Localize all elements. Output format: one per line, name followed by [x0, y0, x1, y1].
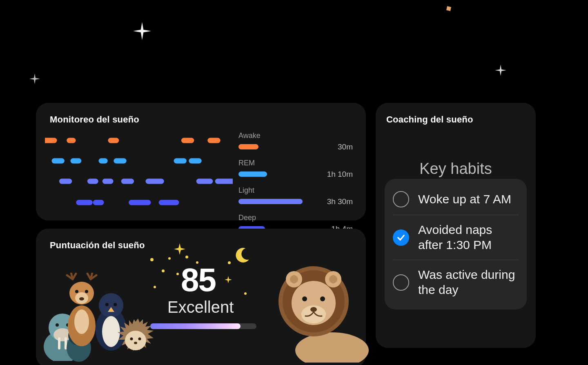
key-habits-panel: Woke up at 7 AM Avoided naps after 1:30 …	[385, 179, 527, 309]
svg-point-67	[105, 303, 109, 306]
svg-point-83	[302, 296, 307, 301]
legend-value: 30m	[338, 142, 353, 151]
habit-label: Woke up at 7 AM	[418, 192, 511, 207]
legend-label: Awake	[238, 131, 353, 140]
sleep-score-value: 85	[181, 261, 216, 299]
sleep-stage-chart	[45, 131, 233, 212]
legend-row-awake: Awake 30m	[238, 131, 353, 151]
svg-point-48	[56, 323, 59, 327]
svg-point-70	[125, 331, 146, 350]
sleep-score-title: Puntuación del sueño	[50, 240, 352, 251]
legend-value: 3h 30m	[327, 197, 353, 206]
svg-point-80	[329, 275, 337, 283]
legend-bar-awake	[238, 144, 258, 149]
habit-item[interactable]: Was active during the day	[393, 260, 519, 305]
svg-point-74	[295, 332, 369, 363]
legend-bar-light	[238, 199, 303, 204]
legend-bar-rem	[238, 171, 267, 177]
legend-row-light: Light 3h 30m	[238, 185, 353, 205]
legend-row-rem: REM 1h 10m	[238, 158, 353, 178]
checkbox-unchecked-icon[interactable]	[393, 191, 409, 207]
svg-point-71	[130, 338, 133, 341]
star-icon	[446, 6, 451, 11]
svg-point-73	[134, 342, 137, 344]
svg-rect-46	[58, 337, 60, 349]
moon-icon	[234, 247, 251, 264]
star-icon	[174, 243, 185, 256]
svg-point-85	[310, 307, 317, 312]
legend-value: 1h 10m	[327, 170, 353, 179]
sparkle-icon	[185, 256, 188, 258]
sparkle-icon	[168, 257, 171, 260]
lion-icon	[265, 256, 371, 364]
checkbox-checked-icon[interactable]	[393, 229, 409, 246]
svg-point-68	[114, 303, 117, 306]
habit-item[interactable]: Avoided naps after 1:30 PM	[393, 215, 519, 260]
habit-item[interactable]: Woke up at 7 AM	[393, 184, 519, 215]
svg-point-78	[290, 275, 298, 283]
star-icon	[29, 73, 40, 84]
svg-point-72	[138, 338, 141, 341]
sparkle-icon	[150, 258, 154, 261]
star-icon	[133, 22, 151, 40]
svg-point-84	[320, 296, 325, 301]
sparkle-icon	[176, 273, 179, 275]
sparkle-icon	[244, 292, 247, 295]
checkbox-unchecked-icon[interactable]	[393, 274, 409, 291]
sparkle-icon	[228, 261, 231, 264]
svg-point-59	[75, 290, 78, 293]
legend-label: Light	[238, 186, 353, 195]
svg-point-63	[74, 309, 89, 334]
svg-point-60	[85, 290, 88, 293]
hedgehog-icon	[116, 318, 155, 359]
svg-point-65	[99, 293, 123, 318]
star-icon	[495, 65, 506, 76]
legend-label: REM	[238, 159, 353, 167]
key-habits-heading: Key habits	[419, 160, 492, 178]
legend-label: Deep	[238, 214, 353, 222]
habit-label: Avoided naps after 1:30 PM	[418, 223, 519, 252]
sleep-score-rating: Excellent	[167, 298, 234, 316]
sleep-score-bar	[150, 323, 256, 329]
sparkle-icon	[154, 286, 156, 288]
sparkle-icon	[162, 269, 165, 272]
habit-label: Was active during the day	[418, 267, 519, 297]
sleep-monitoring-title: Monitoreo del sueño	[50, 114, 352, 125]
sleep-coaching-card[interactable]: Coaching del sueño Key habits Woke up at…	[376, 103, 536, 348]
sleep-stage-legend: Awake 30m REM 1h 10m Light 3h 30m Deep	[238, 131, 353, 240]
star-icon	[225, 276, 232, 285]
sleep-coaching-title: Coaching del sueño	[386, 114, 525, 125]
svg-point-61	[79, 297, 84, 300]
